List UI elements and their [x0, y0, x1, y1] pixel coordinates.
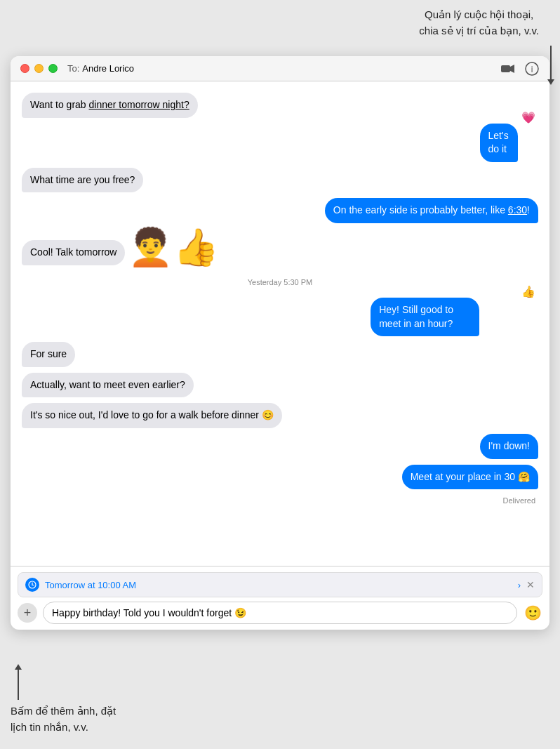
message-bubble: Meet at your place in 30 🤗 [402, 465, 538, 490]
message-row: Cool! Talk tomorrow 🧑‍🦱👍 [22, 229, 538, 265]
titlebar: To: Andre Lorico i [11, 56, 549, 81]
to-label: To: [67, 63, 79, 74]
contact-name: Andre Lorico [82, 63, 134, 74]
annotation-bottom: Bấm để thêm ảnh, đặt lịch tin nhắn, v.v. [11, 703, 116, 735]
message-row: I'm down! [22, 434, 538, 459]
titlebar-actions: i [500, 61, 540, 77]
emoji-button[interactable]: 🙂 [523, 603, 542, 623]
scheduled-close-button[interactable]: ✕ [526, 579, 535, 590]
message-bubble: On the early side is probably better, li… [325, 198, 538, 223]
fullscreen-button[interactable] [48, 64, 58, 73]
input-area: Tomorrow at 10:00 AM › ✕ + 🙂 [11, 566, 549, 630]
delivered-label: Delivered [22, 496, 535, 505]
message-bubble: Cool! Talk tomorrow [22, 240, 125, 265]
message-row: For sure [22, 342, 538, 367]
message-bubble: For sure [22, 342, 75, 367]
info-button[interactable]: i [524, 61, 540, 77]
message-input[interactable] [43, 602, 517, 624]
message-row: On the early side is probably better, li… [22, 198, 538, 223]
message-bubble: Actually, want to meet even earlier? [22, 373, 194, 398]
message-row: 💗 Let's do it [22, 124, 538, 162]
message-row: 👍 Hey! Still good to meet in an hour? [22, 298, 538, 336]
scheduled-chevron-icon: › [518, 580, 521, 590]
message-bubble: I'm down! [480, 434, 538, 459]
input-row: + 🙂 [18, 602, 542, 624]
message-row: It's so nice out, I'd love to go for a w… [22, 403, 538, 428]
add-button[interactable]: + [18, 603, 37, 623]
message-bubble: It's so nice out, I'd love to go for a w… [22, 403, 282, 428]
message-row: Actually, want to meet even earlier? [22, 373, 538, 398]
message-bubble: Want to grab dinner tomorrow night? [22, 93, 198, 118]
annotation-top: Quản lý cuộc hội thoại, chia sẻ vị trí c… [419, 7, 539, 39]
minimize-button[interactable] [34, 64, 44, 73]
svg-marker-1 [510, 65, 514, 73]
sticker: 🧑‍🦱👍 [128, 229, 219, 265]
traffic-lights [20, 64, 58, 73]
timestamp-divider: Yesterday 5:30 PM [22, 278, 538, 286]
message-row: Want to grab dinner tomorrow night? [22, 93, 538, 118]
tapback: 💗 [521, 111, 535, 124]
scheduled-text: Tomorrow at 10:00 AM [45, 580, 516, 590]
tapback: 👍 [521, 285, 535, 298]
messages-window: To: Andre Lorico i Want to grab dinner t… [11, 56, 549, 630]
message-row: What time are you free? [22, 168, 538, 193]
message-bubble: Hey! Still good to meet in an hour? [371, 298, 479, 336]
scheduled-icon [25, 578, 39, 592]
message-bubble: Let's do it [480, 124, 518, 162]
svg-rect-0 [501, 65, 510, 72]
scheduled-banner[interactable]: Tomorrow at 10:00 AM › ✕ [18, 572, 542, 597]
close-button[interactable] [20, 64, 29, 73]
messages-area[interactable]: Want to grab dinner tomorrow night? 💗 Le… [11, 81, 549, 566]
message-row: Meet at your place in 30 🤗 [22, 465, 538, 490]
svg-text:i: i [531, 65, 533, 74]
message-bubble: What time are you free? [22, 168, 143, 193]
video-call-button[interactable] [500, 61, 516, 77]
